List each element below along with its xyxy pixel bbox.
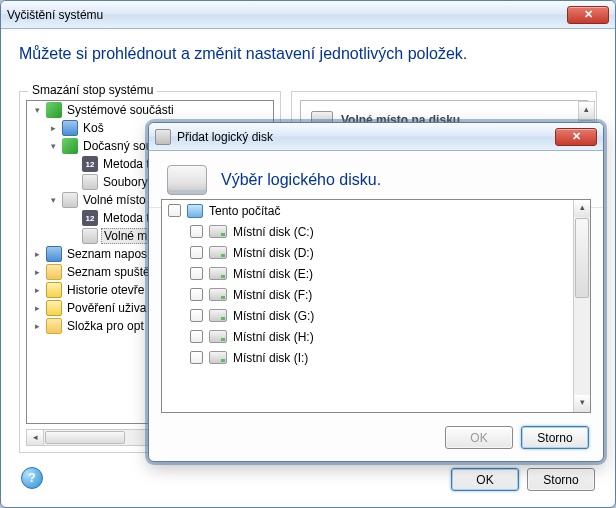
- list-label: Místní disk (G:): [233, 309, 314, 323]
- scroll-down-icon[interactable]: ▾: [574, 395, 590, 412]
- tree-label: Pověření uživa: [65, 301, 148, 315]
- dialog-titlebar[interactable]: Přidat logický disk ✕: [149, 123, 603, 151]
- method-icon: 12: [82, 156, 98, 172]
- ok-button[interactable]: OK: [445, 426, 513, 449]
- tree-node-system-components[interactable]: ▾ Systémové součásti: [27, 101, 273, 119]
- folder-icon: [46, 264, 62, 280]
- method-icon: 12: [82, 210, 98, 226]
- list-item-disk[interactable]: Místní disk (I:): [162, 347, 573, 368]
- main-headline: Můžete si prohlédnout a změnit nastavení…: [7, 31, 609, 75]
- folder-icon: [46, 318, 62, 334]
- ok-button[interactable]: OK: [451, 468, 519, 491]
- files-icon: [82, 174, 98, 190]
- tree-group-label: Smazání stop systému: [28, 83, 157, 97]
- drive-icon: [209, 246, 227, 259]
- drive-icon: [209, 309, 227, 322]
- disk-list[interactable]: Tento počítač Místní disk (C:) Místní di…: [161, 199, 591, 413]
- disk-icon: [167, 165, 207, 195]
- list-icon: [46, 246, 62, 262]
- scroll-thumb[interactable]: [575, 218, 589, 298]
- list-item-disk[interactable]: Místní disk (E:): [162, 263, 573, 284]
- add-disk-dialog: Přidat logický disk ✕ Výběr logického di…: [148, 122, 604, 462]
- chevron-right-icon[interactable]: ▸: [47, 123, 59, 133]
- drive-icon: [209, 225, 227, 238]
- drive-icon: [209, 267, 227, 280]
- scroll-thumb[interactable]: [45, 431, 125, 444]
- tree-label: Volné místo n: [81, 193, 158, 207]
- chevron-right-icon[interactable]: ▸: [31, 285, 43, 295]
- help-icon[interactable]: ?: [21, 467, 43, 489]
- checkbox[interactable]: [190, 351, 203, 364]
- dialog-button-row: OK Storno: [445, 426, 589, 449]
- scroll-up-icon[interactable]: ▴: [579, 102, 594, 119]
- list-item-disk[interactable]: Místní disk (G:): [162, 305, 573, 326]
- chevron-down-icon[interactable]: ▾: [47, 195, 59, 205]
- tree-label: Seznam spuště: [65, 265, 152, 279]
- bin-icon: [62, 120, 78, 136]
- close-icon[interactable]: ✕: [555, 128, 597, 146]
- history-icon: [46, 282, 62, 298]
- drive-icon: [209, 288, 227, 301]
- dialog-headline: Výběr logického disku.: [221, 171, 381, 189]
- flag-icon: [62, 138, 78, 154]
- list-label: Místní disk (F:): [233, 288, 312, 302]
- drive-icon: [209, 330, 227, 343]
- list-item-disk[interactable]: Místní disk (F:): [162, 284, 573, 305]
- tree-label: Systémové součásti: [65, 103, 176, 117]
- list-item-disk[interactable]: Místní disk (H:): [162, 326, 573, 347]
- flag-icon: [46, 102, 62, 118]
- checkbox[interactable]: [190, 330, 203, 343]
- list-label: Místní disk (I:): [233, 351, 308, 365]
- list-label: Místní disk (C:): [233, 225, 314, 239]
- checkbox[interactable]: [168, 204, 181, 217]
- main-button-row: OK Storno: [451, 468, 595, 491]
- tree-label: Soubory: [101, 175, 150, 189]
- chevron-down-icon[interactable]: ▾: [47, 141, 59, 151]
- chevron-right-icon[interactable]: ▸: [31, 303, 43, 313]
- dialog-title: Přidat logický disk: [177, 130, 555, 144]
- tree-label: Koš: [81, 121, 106, 135]
- disk-icon: [82, 228, 98, 244]
- checkbox[interactable]: [190, 288, 203, 301]
- checkbox[interactable]: [190, 225, 203, 238]
- list-item-disk[interactable]: Místní disk (C:): [162, 221, 573, 242]
- scroll-left-icon[interactable]: ◂: [27, 430, 44, 445]
- close-icon[interactable]: ✕: [567, 6, 609, 24]
- disk-icon: [155, 129, 171, 145]
- list-vertical-scrollbar[interactable]: ▴ ▾: [573, 200, 590, 412]
- list-label: Místní disk (E:): [233, 267, 313, 281]
- cancel-button[interactable]: Storno: [527, 468, 595, 491]
- chevron-right-icon[interactable]: ▸: [31, 249, 43, 259]
- checkbox[interactable]: [190, 309, 203, 322]
- list-label: Místní disk (H:): [233, 330, 314, 344]
- main-title: Vyčištění systému: [7, 8, 567, 22]
- checkbox[interactable]: [190, 246, 203, 259]
- scroll-up-icon[interactable]: ▴: [574, 200, 590, 217]
- tree-label: Seznam napos: [65, 247, 149, 261]
- chevron-right-icon[interactable]: ▸: [31, 321, 43, 331]
- checkbox[interactable]: [190, 267, 203, 280]
- list-label: Místní disk (D:): [233, 246, 314, 260]
- tree-label: Historie otevře: [65, 283, 146, 297]
- tree-label: Složka pro opt: [65, 319, 146, 333]
- disk-list-items: Tento počítač Místní disk (C:) Místní di…: [162, 200, 573, 412]
- disk-icon: [62, 192, 78, 208]
- cancel-button[interactable]: Storno: [521, 426, 589, 449]
- list-item-disk[interactable]: Místní disk (D:): [162, 242, 573, 263]
- chevron-down-icon[interactable]: ▾: [31, 105, 43, 115]
- chevron-right-icon[interactable]: ▸: [31, 267, 43, 277]
- main-titlebar[interactable]: Vyčištění systému ✕: [1, 1, 615, 29]
- list-item-computer[interactable]: Tento počítač: [162, 200, 573, 221]
- key-icon: [46, 300, 62, 316]
- list-label: Tento počítač: [209, 204, 280, 218]
- drive-icon: [209, 351, 227, 364]
- computer-icon: [187, 204, 203, 218]
